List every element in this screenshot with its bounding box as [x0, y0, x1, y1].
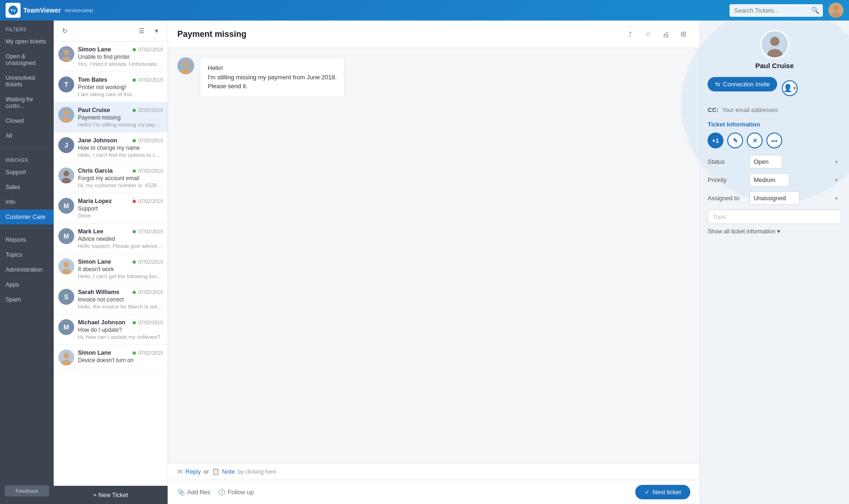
ticket-item[interactable]: T Tom Bates 07/02/2019 Printer not worki… [54, 72, 168, 102]
avatar: M [58, 228, 74, 244]
sidebar-item-waiting[interactable]: Waiting for custo... [0, 92, 54, 113]
ticket-subject: Device doesn't turn on [78, 357, 163, 364]
sidebar-item-spam[interactable]: Spam [0, 292, 54, 307]
ticket-preview: Hello! I'm stilling missing my payment f… [78, 122, 163, 127]
sidebar-item-label: Open & unassigned [6, 53, 48, 66]
ticket-date: 07/02/2019 [133, 77, 163, 83]
search-input[interactable] [730, 4, 823, 17]
app-header: TV TeamViewer servicecamp 🔍 [0, 0, 849, 21]
close-button[interactable]: ✕ [747, 133, 763, 148]
star-icon: ☆ [645, 30, 651, 38]
next-ticket-button[interactable]: ✓ Next ticket [635, 485, 690, 499]
assigned-to-select-wrapper: Unassigned [750, 191, 842, 205]
sidebar-item-reports[interactable]: Reports [0, 232, 54, 247]
reply-link[interactable]: Reply [185, 468, 201, 475]
main-content: Payment missing ⤴ ☆ 🖨 ⊞ [168, 21, 700, 504]
svg-point-15 [63, 262, 69, 267]
ticket-preview: Done. [78, 213, 163, 218]
ticket-date: 07/02/2019 [133, 107, 163, 113]
cc-input[interactable] [722, 107, 842, 113]
priority-field-row: Priority Medium [708, 173, 842, 187]
add-files-action[interactable]: 📎 Add files [177, 489, 210, 496]
ticket-subject: Advice needed [78, 236, 163, 242]
status-dot [133, 351, 136, 355]
sidebar-item-open-unassigned[interactable]: Open & unassigned [0, 49, 54, 70]
print-button[interactable]: 🖨 [659, 27, 673, 41]
star-button[interactable]: ☆ [641, 27, 655, 41]
close-icon: ✕ [752, 137, 758, 144]
feedback-button[interactable]: Feedback [5, 485, 49, 497]
list-view-button[interactable]: ☰ [135, 24, 148, 37]
search-container: 🔍 [730, 4, 823, 17]
ticket-info: Chris Garcia 07/02/2019 Forgot my accoun… [78, 168, 163, 188]
ticket-info: Paul Cruise 07/02/2019 Payment missing H… [78, 107, 163, 127]
message-body: Hello! I'm stilling missing my payment f… [200, 57, 344, 97]
ticket-item[interactable]: Simon Lane 07/02/2019 Unable to find pri… [54, 42, 168, 72]
sidebar-item-sales[interactable]: Sales [0, 180, 54, 195]
connection-invite-button[interactable]: ⇆ Connection Invite [708, 77, 777, 91]
ticket-subject: It doesn't work [78, 266, 163, 273]
ticket-item[interactable]: Simon Lane 07/02/2019 Device doesn't tur… [54, 345, 168, 371]
ticket-item[interactable]: M Mark Lee 07/02/2019 Advice needed Hell… [54, 224, 168, 254]
user-avatar[interactable] [828, 3, 843, 18]
follow-up-action[interactable]: 🕐 Follow up [218, 489, 254, 496]
ticket-sender-name: Simon Lane [78, 259, 111, 265]
more-button[interactable]: ••• [766, 133, 782, 148]
app-body: FILTERS My open tickets Open & unassigne… [0, 21, 849, 504]
footer-left: 📎 Add files 🕐 Follow up [177, 489, 254, 496]
ticket-item[interactable]: M Maria Lopez 07/02/2019 Support Done. [54, 193, 168, 224]
status-select[interactable]: Open [750, 155, 782, 168]
avatar-initial: J [64, 141, 68, 149]
plus1-button[interactable]: +1 [708, 133, 723, 148]
clock-icon: 🕐 [218, 489, 225, 496]
status-label: Status [708, 158, 750, 165]
sidebar-item-all[interactable]: All [0, 128, 54, 143]
refresh-button[interactable]: ↻ [58, 24, 71, 37]
sidebar-item-customer-care[interactable]: Customer Care [0, 210, 54, 224]
ticket-item[interactable]: M Michael Johnson 07/02/2019 How do I up… [54, 315, 168, 345]
ticket-item[interactable]: Chris Garcia 07/02/2019 Forgot my accoun… [54, 163, 168, 193]
sidebar-item-info[interactable]: Info [0, 195, 54, 210]
ticket-item[interactable]: S Sarah Williams 07/02/2019 Invoice not … [54, 284, 168, 315]
ticket-sender-name: Chris Garcia [78, 168, 112, 174]
edit-button[interactable]: ✎ [727, 133, 743, 148]
ticket-item[interactable]: J Jane Johnson 07/02/2019 How to change … [54, 133, 168, 163]
ticket-info: Tom Bates 07/02/2019 Printer not working… [78, 77, 163, 97]
topic-field[interactable]: Topic [708, 210, 842, 224]
ticket-date: 07/02/2019 [133, 198, 163, 204]
sidebar-item-closed[interactable]: Closed [0, 113, 54, 128]
add-agent-button[interactable]: 👤+ [782, 80, 798, 96]
sidebar-item-topics[interactable]: Topics [0, 247, 54, 262]
list-icon: ☰ [139, 27, 145, 35]
more-options-button[interactable]: ⊞ [676, 27, 690, 41]
sidebar-item-administration[interactable]: Administration [0, 262, 54, 277]
priority-select[interactable]: Medium [750, 173, 789, 187]
ticket-info-section: Ticket Information +1 ✎ ✕ ••• [708, 121, 842, 235]
sidebar-item-my-open[interactable]: My open tickets [0, 34, 54, 49]
ticket-info: Simon Lane 07/02/2019 Unable to find pri… [78, 46, 163, 67]
note-link[interactable]: Note [222, 468, 235, 475]
show-all-link[interactable]: Show all ticket information ▾ [708, 228, 842, 235]
sidebar-item-unresolved[interactable]: Unresolved tickets [0, 70, 54, 92]
sidebar-item-support[interactable]: Support [0, 165, 54, 180]
status-dot [133, 321, 136, 324]
ticket-date: 07/02/2019 [133, 259, 163, 265]
ticket-item[interactable]: Paul Cruise 07/02/2019 Payment missing H… [54, 102, 168, 133]
sort-button[interactable]: ▾ [150, 24, 163, 37]
assigned-to-select[interactable]: Unassigned [750, 191, 800, 205]
ticket-item[interactable]: Simon Lane 07/02/2019 It doesn't work He… [54, 254, 168, 284]
checkmark-icon: ✓ [645, 489, 650, 496]
sidebar-item-label: Sales [6, 184, 20, 190]
ticket-subject: Printer not working! [78, 84, 163, 91]
ticket-sender-name: Sarah Williams [78, 289, 119, 295]
assigned-to-field-row: Assigned to Unassigned [708, 191, 842, 205]
sidebar-item-apps[interactable]: Apps [0, 277, 54, 292]
ticket-sender-name: Mark Lee [78, 228, 103, 235]
share-button[interactable]: ⤴ [623, 27, 637, 41]
chevron-down-icon: ▾ [155, 27, 158, 35]
ticket-preview: Hello support, Please give advice for th… [78, 243, 163, 249]
sidebar-item-label: Unresolved tickets [6, 75, 48, 88]
inboxes-label: INBOXES [0, 151, 54, 165]
new-ticket-button[interactable]: + New Ticket [54, 486, 168, 504]
message-line3: Please send it. [208, 82, 337, 91]
